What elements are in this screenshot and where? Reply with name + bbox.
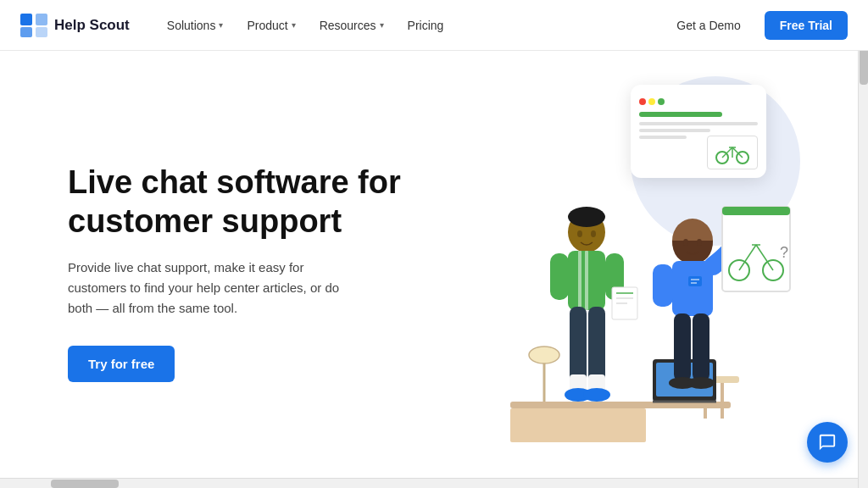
solutions-label: Solutions (167, 19, 216, 32)
helpscout-logo-icon (20, 14, 47, 37)
resources-label: Resources (320, 19, 376, 32)
nav-product[interactable]: Product ▾ (236, 12, 305, 39)
svg-text:?: ? (780, 244, 788, 261)
svg-rect-59 (722, 207, 790, 215)
ui-line-1 (639, 122, 758, 125)
free-trial-button[interactable]: Free Trial (765, 11, 848, 40)
nav-links: Solutions ▾ Product ▾ Resources ▾ Pricin… (157, 12, 666, 39)
svg-rect-2 (20, 27, 32, 37)
pricing-label: Pricing (408, 19, 444, 32)
svg-rect-21 (585, 251, 588, 310)
ui-line-3 (639, 136, 687, 139)
green-dot (658, 98, 665, 105)
product-chevron-icon: ▾ (292, 20, 296, 30)
traffic-lights (639, 98, 758, 105)
chat-icon (818, 433, 837, 452)
svg-point-18 (568, 207, 605, 227)
hero-left: Live chat software for customer support … (68, 147, 424, 382)
hero-description: Provide live chat support, make it easy … (68, 258, 348, 319)
red-dot (639, 98, 646, 105)
solutions-chevron-icon: ▾ (219, 20, 223, 30)
svg-rect-20 (578, 251, 581, 310)
svg-rect-46 (674, 313, 691, 381)
people-illustration: ? (442, 139, 798, 478)
svg-point-34 (577, 230, 582, 237)
ui-line-2 (639, 129, 710, 132)
main-content: Live chat software for customer support … (0, 51, 868, 478)
svg-point-33 (583, 388, 610, 402)
floating-ui-card (631, 85, 766, 178)
nav-right: Get a Demo Free Trial (666, 11, 848, 40)
svg-rect-11 (510, 408, 646, 442)
svg-rect-38 (688, 276, 702, 286)
svg-point-35 (591, 230, 596, 237)
logo-text: Help Scout (54, 17, 130, 34)
nav-pricing[interactable]: Pricing (398, 12, 454, 39)
hero-title: Live chat software for customer support (68, 164, 424, 241)
nav-solutions[interactable]: Solutions ▾ (157, 12, 234, 39)
ui-bar-green (639, 112, 722, 117)
resources-chevron-icon: ▾ (380, 20, 384, 30)
nav-resources[interactable]: Resources ▾ (309, 12, 394, 39)
horizontal-scrollbar[interactable] (0, 478, 858, 488)
yellow-dot (648, 98, 655, 105)
get-demo-link[interactable]: Get a Demo (666, 12, 750, 39)
svg-point-51 (697, 239, 702, 246)
svg-rect-42 (653, 264, 673, 307)
horizontal-scrollbar-thumb[interactable] (51, 480, 119, 488)
svg-rect-0 (20, 14, 32, 25)
svg-point-49 (687, 377, 715, 389)
svg-point-13 (529, 347, 559, 363)
svg-rect-1 (36, 14, 47, 25)
svg-point-50 (683, 239, 688, 246)
svg-rect-47 (693, 313, 709, 381)
product-label: Product (247, 19, 287, 32)
hero-illustration: ? (424, 51, 817, 478)
chat-fab-button[interactable] (807, 422, 848, 463)
vertical-scrollbar[interactable] (858, 0, 868, 488)
svg-rect-3 (36, 27, 47, 37)
svg-rect-22 (550, 253, 569, 300)
navbar: Help Scout Solutions ▾ Product ▾ Resourc… (0, 0, 868, 51)
bicycle-icon (715, 141, 749, 164)
logo-link[interactable]: Help Scout (20, 14, 130, 37)
try-free-button[interactable]: Try for free (68, 346, 175, 382)
